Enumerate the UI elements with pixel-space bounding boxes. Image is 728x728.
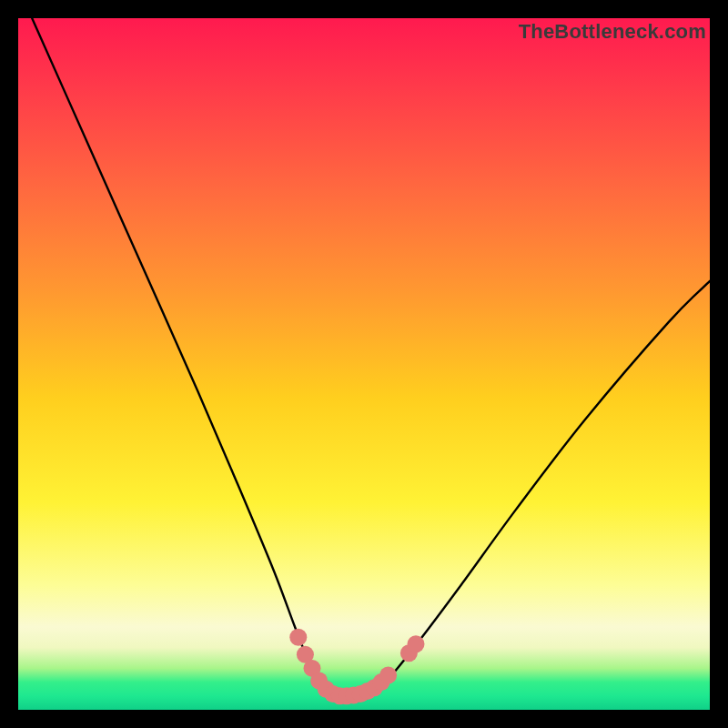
highlight-dot [408,635,425,652]
highlight-dots-group [289,629,424,705]
highlight-dot [379,667,397,684]
chart-svg [18,18,710,710]
highlight-dot [289,629,307,646]
bottleneck-curve-path [32,18,710,696]
chart-frame: TheBottleneck.com [0,0,728,728]
